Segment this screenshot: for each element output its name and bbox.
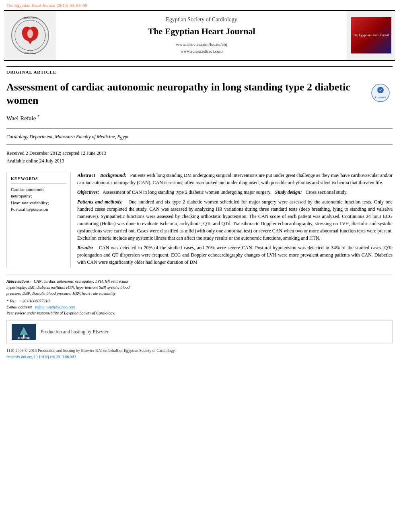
svg-text:ELSEVIER: ELSEVIER [18,337,30,339]
abstract-section: Abstract Background: Patients with long … [77,172,393,268]
keyword-3: Postural hypotension [11,206,66,213]
elsevier-production-text: Production and hosting by Elsevier [41,328,109,335]
footnotes-area: Abbreviations: CAN, cardiac autonomic ne… [6,275,393,360]
abstract-label: Abstract [77,173,95,178]
svg-text:Egyptian Society: Egyptian Society [23,16,38,19]
header-center: Egyptian Society of Cardiology The Egypt… [56,11,347,60]
keyword-1: Cardiac autonomic neuropathy; [11,186,66,199]
study-design-label: Study design: [275,189,302,195]
patients-label: Patients and methods: [77,199,123,205]
keywords-abstract-section: KEYWORDS Cardiac autonomic neuropathy; H… [6,172,393,268]
background-label: Background: [100,173,126,178]
url1: www.elsevier.com/locate/ehj [176,41,227,48]
abstract-text: Abstract Background: Patients with long … [77,172,393,266]
email-label: E-mail address: [6,305,32,309]
divider-2 [6,144,393,145]
peer-review: Peer review under responsibility of Egyp… [6,310,143,316]
study-design-text: Cross sectional study. [306,189,348,195]
header-urls: www.elsevier.com/locate/ehj www.scienced… [176,41,227,55]
keywords-list: Cardiac autonomic neuropathy; Heart rate… [11,186,66,213]
issn-text: 1110-2608 © 2013 Production and hosting … [6,347,393,354]
journal-thumbnail-text: The Egyptian Heart Journal [353,33,389,37]
journal-link[interactable]: The Egyptian Heart Journal (2014) 66, 63… [0,0,399,10]
svg-text:CrossMark: CrossMark [375,96,387,99]
main-content: ORIGINAL ARTICLE Assessment of cardiac a… [0,61,399,364]
dates: Received 2 December 2012; accepted 12 Ju… [6,150,393,165]
crossmark-badge[interactable]: ✓ CrossMark [368,81,393,105]
received-date: Received 2 December 2012; accepted 12 Ju… [6,150,393,157]
objectives-label: Objectives: [77,189,99,195]
bottom-info: 1110-2608 © 2013 Production and hosting … [6,347,393,360]
header-logo-right: The Egyptian Heart Journal [347,11,395,60]
email-link[interactable]: refaie_wael@yahoo.com [35,305,75,309]
author-line: Wael Refaie * [6,113,393,123]
affiliation: Cardiology Department, Mansoura Faculty … [6,134,393,140]
objectives-text: Assessment of CAN in long standing type … [103,189,271,195]
abbreviations-label: Abbreviations: [6,279,31,283]
elsevier-logo: ELSEVIER [12,324,36,340]
journal-title-header: The Egyptian Heart Journal [148,25,255,38]
tel-number: +20 01006077310. [20,299,51,303]
doi-link[interactable]: http://dx.doi.org/10.1016/j.ehj.2013.06.… [6,355,76,359]
footnotes-left: Abbreviations: CAN, cardiac autonomic ne… [6,278,143,316]
url2: www.sciencedirect.com [176,48,227,55]
journal-thumbnail: The Egyptian Heart Journal [351,17,391,53]
section-label: ORIGINAL ARTICLE [6,66,393,75]
society-name: Egyptian Society of Cardiology [166,16,237,24]
keywords-box: KEYWORDS Cardiac autonomic neuropathy; H… [6,172,71,268]
society-logo-left: Egyptian Society of Cardiology [10,15,50,55]
footnotes-cols: Abbreviations: CAN, cardiac autonomic ne… [6,278,393,316]
keywords-title: KEYWORDS [11,176,66,184]
article-title: Assessment of cardiac autonomic neuropat… [6,81,393,107]
divider-1 [6,128,393,129]
results-label: Results: [77,245,93,251]
elsevier-footer-box: ELSEVIER Production and hosting by Elsev… [6,320,393,343]
svg-text:of Cardiology: of Cardiology [24,52,36,54]
svg-text:✓: ✓ [379,88,382,92]
available-online: Available online 24 July 2013 [6,157,393,165]
journal-header: Egyptian Society of Cardiology Egyptian … [4,10,395,61]
results-text: CAN was detected in 70% of the studied c… [77,245,393,265]
author-asterisk: * [37,114,40,119]
keyword-2: Heart rate variability; [11,199,66,206]
header-logo-left: Egyptian Society of Cardiology [4,11,56,60]
author-name: Wael Refaie [6,115,36,121]
patients-text: One hundred and six type 2 diabetic wome… [77,199,393,241]
tel-label: * Tel.: [6,299,16,303]
svg-point-5 [27,29,33,38]
